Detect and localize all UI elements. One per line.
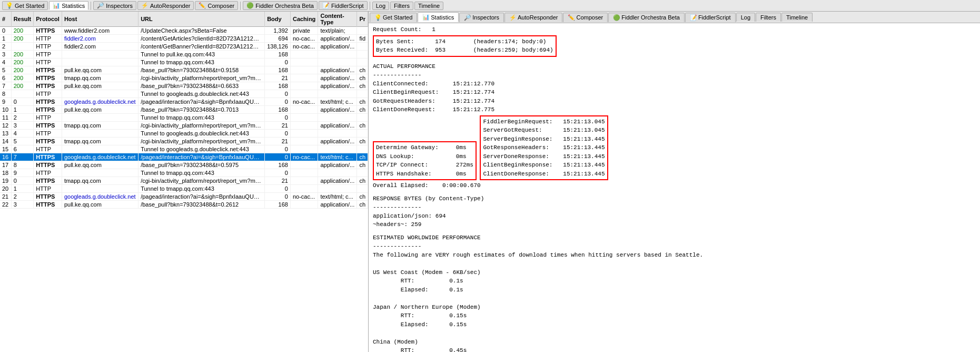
orchestra-btn[interactable]: 🟢 Fiddler Orchestra Beta bbox=[243, 1, 318, 10]
tab-statistics[interactable]: 📊 Statistics bbox=[418, 12, 459, 22]
row-body: 694 bbox=[265, 35, 291, 43]
autoresponder-btn[interactable]: ⚡ AutoResponder bbox=[137, 1, 194, 10]
fiddlerscript-btn[interactable]: 📝 FiddlerScript bbox=[319, 1, 368, 10]
row-body: 168 bbox=[265, 51, 291, 58]
table-row[interactable]: 145HTTPStmapp.qq.com/cgi-bin/activity_pl… bbox=[0, 138, 368, 145]
table-row[interactable]: 212HTTPSgoogleads.g.doubleclick.net/page… bbox=[0, 193, 368, 201]
row-pr bbox=[357, 58, 368, 66]
row-num: 20 bbox=[0, 185, 11, 193]
row-num: 16 bbox=[0, 153, 11, 161]
row-caching bbox=[290, 114, 318, 122]
log-btn[interactable]: Log bbox=[372, 2, 389, 10]
table-row[interactable]: 4200HTTPTunnel to tmapp.qq.com:4430 bbox=[0, 58, 368, 66]
row-result: 200 bbox=[11, 66, 34, 74]
tab-get-started[interactable]: 💡 Get Started bbox=[370, 13, 417, 22]
table-row[interactable]: 201HTTPTunnel to tmapp.qq.com:4430 bbox=[0, 185, 368, 193]
filters-btn[interactable]: Filters bbox=[390, 2, 413, 10]
table-row[interactable]: 0200HTTPSwww.fiddler2.com/UpdateCheck.as… bbox=[0, 27, 368, 35]
tab-composer[interactable]: ✏️ Composer bbox=[563, 13, 608, 22]
composer-btn[interactable]: ✏️ Composer bbox=[195, 1, 238, 10]
table-row[interactable]: 189HTTPTunnel to tmapp.qq.com:4430 bbox=[0, 169, 368, 177]
tab-inspectors-icon: 🔎 bbox=[464, 14, 471, 21]
row-host: tmapp.qq.com bbox=[62, 122, 138, 130]
tab-inspectors[interactable]: 🔎 Inspectors bbox=[459, 13, 504, 22]
row-url: /pagead/interaction?ai=&sigh=BpnfxIaauQU… bbox=[138, 193, 265, 201]
get-started-btn[interactable]: 💡 Get Started bbox=[2, 1, 48, 10]
tab-autoresponder[interactable]: ⚡ AutoResponder bbox=[504, 13, 562, 22]
tab-orchestra[interactable]: 🟢 Fiddler Orchestra Beta bbox=[608, 13, 685, 22]
table-row[interactable]: 101HTTPSpull.ke.qq.com/base_pull?bkn=793… bbox=[0, 106, 368, 114]
row-pr bbox=[357, 43, 368, 51]
row-content-type: application/... bbox=[318, 35, 357, 43]
row-content-type bbox=[318, 114, 357, 122]
us-west-modem-elapsed: Elapsed: 0.1s bbox=[373, 286, 976, 295]
tab-filters[interactable]: Filters bbox=[756, 13, 781, 22]
table-row[interactable]: 5200HTTPSpull.ke.qq.com/base_pull?bkn=79… bbox=[0, 66, 368, 74]
row-caching bbox=[290, 169, 318, 177]
row-host: fiddler2.com bbox=[62, 43, 138, 51]
response-bytes-header: RESPONSE BYTES (by Content-Type) bbox=[373, 194, 976, 203]
row-pr bbox=[357, 51, 368, 58]
table-row[interactable]: 223HTTPSpull.ke.qq.com/base_pull?bkn=793… bbox=[0, 201, 368, 209]
row-host: pull.ke.qq.com bbox=[62, 82, 138, 90]
row-result: 200 bbox=[11, 74, 34, 82]
header-content: Content-Type bbox=[318, 12, 357, 27]
table-row[interactable]: 7200HTTPSpull.ke.qq.com/base_pull?bkn=79… bbox=[0, 82, 368, 90]
estimated-header: ESTIMATED WORLDWIDE PERFORMANCE bbox=[373, 233, 976, 242]
estimated-desc: The following are VERY rough estimates o… bbox=[373, 251, 976, 260]
table-row[interactable]: 134HTTPTunnel to googleads.g.doubleclick… bbox=[0, 130, 368, 138]
client-begin-request: ClientBeginRequest: 15:21:12.774 bbox=[373, 88, 976, 97]
table-row[interactable]: 112HTTPTunnel to tmapp.qq.com:4430 bbox=[0, 114, 368, 122]
estimated-perf-section: ESTIMATED WORLDWIDE PERFORMANCE --------… bbox=[373, 233, 976, 353]
tab-composer-icon: ✏️ bbox=[568, 14, 575, 21]
client-connected: ClientConnected: 15:21:12.770 bbox=[373, 80, 976, 89]
table-row[interactable]: 167HTTPSgoogleads.g.doubleclick.net/page… bbox=[0, 153, 368, 161]
tab-fiddlerscript[interactable]: 📝 FiddlerScript bbox=[685, 13, 736, 22]
tab-timeline[interactable]: Timeline bbox=[781, 13, 813, 22]
row-content-type bbox=[318, 130, 357, 138]
table-row[interactable]: 1200HTTPfiddler2.com/content/GetArticles… bbox=[0, 35, 368, 43]
row-host: pull.ke.qq.com bbox=[62, 66, 138, 74]
row-num: 13 bbox=[0, 130, 11, 138]
table-row[interactable]: 190HTTPStmapp.qq.com/cgi-bin/activity_pl… bbox=[0, 177, 368, 185]
row-content-type: application/... bbox=[318, 106, 357, 114]
statistics-btn[interactable]: 📊 Statistics bbox=[49, 1, 88, 10]
row-host: pull.ke.qq.com bbox=[62, 161, 138, 169]
table-row[interactable]: 156HTTPTunnel to googleads.g.doubleclick… bbox=[0, 145, 368, 153]
table-row[interactable]: 2HTTPfiddler2.com/content/GetBanner?clie… bbox=[0, 43, 368, 51]
table-row[interactable]: 90HTTPSgoogleads.g.doubleclick.net/pagea… bbox=[0, 98, 368, 106]
separator3 bbox=[370, 2, 370, 10]
response-bytes-section: RESPONSE BYTES (by Content-Type) -------… bbox=[373, 194, 976, 229]
header-url: URL bbox=[138, 12, 265, 27]
tab-log[interactable]: Log bbox=[736, 13, 755, 22]
row-content-type: application/... bbox=[318, 82, 357, 90]
row-caching: private bbox=[290, 27, 318, 35]
row-content-type: text/plain; bbox=[318, 27, 357, 35]
actual-perf-header: ACTUAL PERFORMANCE bbox=[373, 62, 976, 71]
row-result: 9 bbox=[11, 169, 34, 177]
table-row[interactable]: 3200HTTPTunnel to pull.ke.qq.com:443168 bbox=[0, 51, 368, 58]
row-url: /pagead/interaction?ai=&sigh=BpnfxIaauQU… bbox=[138, 153, 265, 161]
table-row[interactable]: 8HTTPTunnel to googleads.g.doubleclick.n… bbox=[0, 90, 368, 98]
row-content-type: application/... bbox=[318, 138, 357, 145]
row-url: /UpdateCheck.aspx?sBeta=False bbox=[138, 27, 265, 35]
row-result: 6 bbox=[11, 145, 34, 153]
row-pr bbox=[357, 185, 368, 193]
table-row[interactable]: 123HTTPStmapp.qq.com/cgi-bin/activity_pl… bbox=[0, 122, 368, 130]
timeline-btn[interactable]: Timeline bbox=[414, 2, 443, 10]
row-body: 0 bbox=[265, 169, 291, 177]
row-body: 0 bbox=[265, 130, 291, 138]
row-body: 0 bbox=[265, 145, 291, 153]
row-pr: ch bbox=[357, 66, 368, 74]
table-row[interactable]: 178HTTPSpull.ke.qq.com/base_pull?bkn=793… bbox=[0, 161, 368, 169]
table-row[interactable]: 6200HTTPStmapp.qq.com/cgi-bin/activity_p… bbox=[0, 74, 368, 82]
row-caching bbox=[290, 138, 318, 145]
inspectors-btn[interactable]: 🔎 Inspectors bbox=[93, 1, 136, 10]
row-num: 14 bbox=[0, 138, 11, 145]
row-result: 4 bbox=[11, 130, 34, 138]
row-caching bbox=[290, 130, 318, 138]
row-url: Tunnel to googleads.g.doubleclick.net:44… bbox=[138, 145, 265, 153]
row-body: 168 bbox=[265, 82, 291, 90]
row-caching: no-cac... bbox=[290, 43, 318, 51]
server-begin-response: ServerBeginResponse: 15:21:13.445 bbox=[483, 135, 605, 144]
